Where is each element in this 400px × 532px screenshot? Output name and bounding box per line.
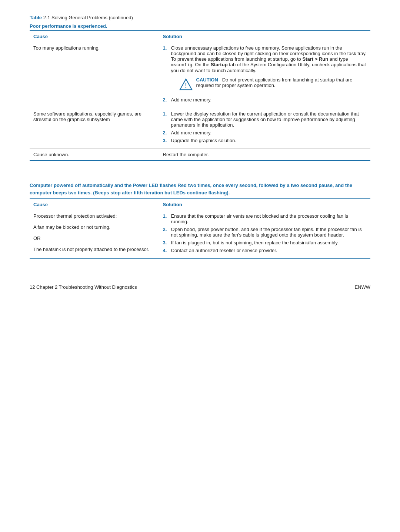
caution-label: CAUTION — [196, 77, 218, 83]
step-num: 2. — [163, 97, 169, 103]
caution-box: ! CAUTION Do not prevent applications fr… — [179, 77, 367, 91]
list-item: 2. Add more memory. — [163, 97, 367, 103]
step-text: Contact an authorized reseller or servic… — [171, 248, 277, 253]
caution-triangle-icon: ! — [179, 78, 193, 91]
section-spacer — [30, 174, 370, 182]
svg-text:!: ! — [185, 82, 187, 89]
section1-header: Poor performance is experienced. — [30, 22, 370, 30]
footer-left: 12 Chapter 2 Troubleshooting Without Dia… — [30, 284, 137, 290]
step-text: If fan is plugged in, but is not spinnin… — [171, 240, 339, 245]
col-solution-header-2: Solution — [159, 199, 370, 210]
solution-cell: Restart the computer. — [159, 149, 370, 161]
table-title: Table 2-1 Solving General Problems (cont… — [30, 15, 370, 20]
step-text: Add more memory. — [171, 130, 212, 135]
step-text: Upgrade the graphics solution. — [171, 138, 236, 143]
list-item: 2. Open hood, press power button, and se… — [163, 227, 367, 238]
step-num: 3. — [163, 240, 169, 245]
solution-cell: 1. Lower the display resolution for the … — [159, 108, 370, 149]
step-num: 2. — [163, 227, 169, 238]
step-text: Ensure that the computer air vents are n… — [171, 213, 367, 224]
table-number: 2-1 — [43, 15, 50, 20]
cause-cell: Some software applications, especially g… — [30, 108, 159, 149]
step-text: Open hood, press power button, and see i… — [171, 227, 367, 238]
step-num: 1. — [163, 213, 169, 224]
step-text: Lower the display resolution for the cur… — [171, 111, 367, 128]
footer: 12 Chapter 2 Troubleshooting Without Dia… — [30, 281, 370, 290]
section2-table: Cause Solution Processor thermal protect… — [30, 198, 370, 259]
list-item: 1. Lower the display resolution for the … — [163, 111, 367, 128]
step-num: 4. — [163, 248, 169, 253]
list-item: 2. Add more memory. — [163, 130, 367, 135]
table-description: Solving General Problems (continued) — [51, 15, 133, 20]
caution-text: CAUTION Do not prevent applications from… — [196, 77, 367, 88]
table-row: Too many applications running. 1. Close … — [30, 42, 370, 108]
list-item: 1. Ensure that the computer air vents ar… — [163, 213, 367, 224]
list-item: 3. If fan is plugged in, but is not spin… — [163, 240, 367, 245]
step-text: Add more memory. — [171, 97, 212, 103]
cause-cell: Too many applications running. — [30, 42, 159, 108]
solution-cell: 1. Close unnecessary applications to fre… — [159, 42, 370, 108]
footer-right: ENWW — [354, 284, 370, 290]
list-item: 4. Contact an authorized reseller or ser… — [163, 248, 367, 253]
section2-header: Computer powered off automatically and t… — [30, 182, 370, 196]
cause-cell: Processor thermal protection activated: … — [30, 210, 159, 259]
table-row: Cause unknown. Restart the computer. — [30, 149, 370, 161]
table-word: Table — [30, 15, 42, 20]
solution-cell: 1. Ensure that the computer air vents ar… — [159, 210, 370, 259]
step-text: Close unnecessary applications to free u… — [171, 45, 367, 95]
cause-cell: Cause unknown. — [30, 149, 159, 161]
step-num: 1. — [163, 45, 169, 95]
table-row: Processor thermal protection activated: … — [30, 210, 370, 259]
step-num: 2. — [163, 130, 169, 135]
step-num: 1. — [163, 111, 169, 128]
list-item: 3. Upgrade the graphics solution. — [163, 138, 367, 143]
col-solution-header: Solution — [159, 31, 370, 42]
table-row: Some software applications, especially g… — [30, 108, 370, 149]
section1-table: Cause Solution Too many applications run… — [30, 30, 370, 161]
list-item: 1. Close unnecessary applications to fre… — [163, 45, 367, 95]
step-num: 3. — [163, 138, 169, 143]
col-cause-header: Cause — [30, 31, 159, 42]
col-cause-header-2: Cause — [30, 199, 159, 210]
